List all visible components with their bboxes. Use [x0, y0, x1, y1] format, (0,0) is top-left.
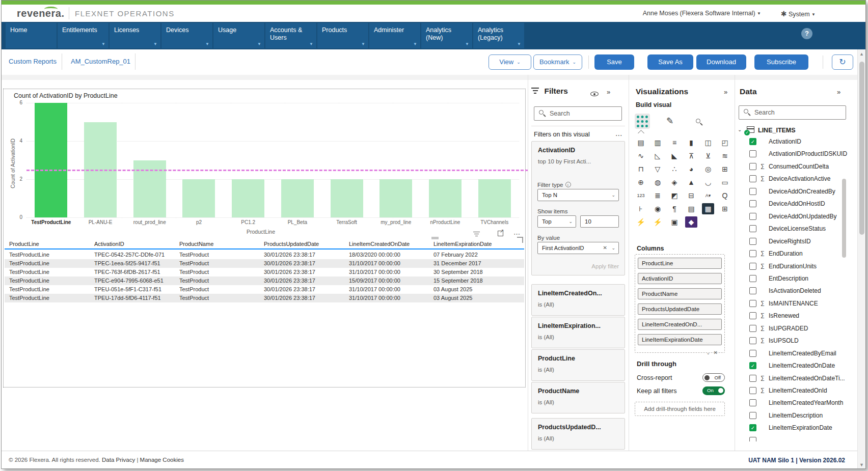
field-label: IsRenewed [769, 312, 799, 319]
field-checkbox[interactable] [749, 275, 756, 282]
field-checkbox[interactable] [749, 213, 756, 220]
field-checkbox[interactable] [749, 375, 756, 382]
app-window: revenera. FLEXNET OPERATIONS Anne Moses … [1, 0, 866, 469]
field-devicelicensestatus[interactable]: DeviceLicenseStatus [739, 223, 851, 235]
field-checkbox[interactable] [749, 399, 756, 406]
field-label: LineItemCreatedOnId [769, 387, 827, 394]
field-label: LineItemExpirationDate [769, 424, 832, 431]
footer-left: © 2026 Flexera. All rights reserved. Dat… [9, 457, 184, 463]
sigma-icon: ∑ [761, 337, 765, 343]
field-isupsold[interactable]: ∑IsUPSOLD [739, 335, 851, 347]
screen: revenera. FLEXNET OPERATIONS Anne Moses … [0, 0, 868, 471]
field-lineitemcreatedondate[interactable]: ✓LineItemCreatedOnDate [739, 360, 851, 372]
field-checkbox[interactable] [749, 188, 756, 195]
field-checkbox[interactable] [749, 325, 756, 332]
field-label: DeviceAddOnCreatedBy [769, 188, 835, 195]
field-lineitemdescription[interactable]: LineItemDescription [739, 410, 851, 422]
field-lineitemcreatedondateti[interactable]: ∑LineItemCreatedOnDateTi... [739, 373, 851, 385]
field-lineitemexpirationdate[interactable]: ✓LineItemExpirationDate [739, 422, 851, 434]
field-label: DeviceActivationActive [769, 175, 830, 182]
field-label: ActivationID [769, 138, 801, 145]
field-label: ActivationIDProductIDSKUID [769, 150, 847, 157]
field-checkbox[interactable] [749, 238, 756, 245]
field-label: LineItemDescription [769, 412, 823, 419]
field-label: ConsumedCountDelta [769, 163, 829, 170]
field-isactivationdeleted[interactable]: IsActivationDeleted [739, 285, 851, 297]
field-checkbox[interactable] [749, 250, 756, 257]
field-label: DeviceLicenseStatus [769, 225, 826, 232]
field-partial[interactable] [739, 435, 851, 441]
field-lineitemcreatedonid[interactable]: ∑LineItemCreatedOnId [739, 385, 851, 397]
field-label: EndDuration [769, 250, 803, 257]
field-checkbox[interactable] [749, 200, 756, 207]
field-deviceaddoncreatedby[interactable]: DeviceAddOnCreatedBy [739, 186, 851, 198]
field-checkbox[interactable] [749, 263, 756, 270]
footer-divider [2, 451, 857, 451]
field-checkbox[interactable] [749, 300, 756, 307]
page-scrollbar[interactable]: ▲ ▼ [857, 49, 866, 469]
field-checkbox[interactable] [749, 150, 756, 157]
field-checkbox[interactable] [749, 350, 756, 357]
sigma-icon: ∑ [761, 163, 765, 169]
sigma-icon: ∑ [761, 375, 765, 381]
field-entdescription[interactable]: EntDescription [739, 273, 851, 285]
field-checkbox[interactable] [749, 312, 756, 319]
data-privacy-link[interactable]: Data Privacy [102, 457, 135, 463]
field-checkbox[interactable] [749, 163, 756, 170]
field-label: IsUPGRADED [769, 325, 808, 332]
field-checkbox[interactable] [749, 287, 756, 294]
field-activationidproductidskuid[interactable]: ActivationIDProductIDSKUID [739, 148, 851, 160]
field-checkbox[interactable] [749, 412, 756, 419]
field-label: IsUPSOLD [769, 337, 799, 344]
field-deviceaddonupdatedby[interactable]: DeviceAddOnUpdatedBy [739, 211, 851, 223]
sigma-icon: ∑ [761, 300, 765, 306]
field-label: LineItemCreatedByEmail [769, 350, 836, 357]
field-lineitemcreatedyearmonth[interactable]: LineItemCreatedYearMonth [739, 397, 851, 409]
field-label: LineItemCreatedYearMonth [769, 399, 843, 406]
sigma-icon: ∑ [761, 263, 765, 269]
field-checkbox[interactable] [749, 337, 756, 344]
sigma-icon: ∑ [761, 312, 765, 318]
field-label: IsMAINTENANCE [769, 300, 818, 307]
field-checkbox[interactable]: ✓ [749, 424, 756, 431]
field-label: LineItemCreatedOnDateTi... [769, 375, 845, 382]
field-label: IsActivationDeleted [769, 287, 821, 294]
field-label: EntDescription [769, 275, 808, 282]
field-isupgraded[interactable]: ∑IsUPGRADED [739, 323, 851, 335]
field-label: DeviceAddOnUpdatedBy [769, 213, 836, 220]
sigma-icon: ∑ [761, 387, 765, 393]
field-consumedcountdelta[interactable]: ∑ConsumedCountDelta [739, 161, 851, 173]
field-label: DeviceAddOnHostID [769, 200, 825, 207]
field-lineitemcreatedbyemail[interactable]: LineItemCreatedByEmail [739, 348, 851, 360]
field-checkbox[interactable] [749, 225, 756, 232]
environment-version-label: UAT NAM Silo 1 | Version 2026.02 [748, 457, 845, 464]
field-checkbox[interactable] [749, 437, 756, 441]
field-label: LineItemCreatedOnDate [769, 362, 835, 369]
field-checkbox[interactable] [749, 175, 756, 182]
field-checkbox[interactable]: ✓ [749, 362, 756, 369]
scroll-up-icon[interactable]: ▲ [859, 51, 864, 57]
field-label: DeviceRightsID [769, 238, 811, 245]
field-endduration[interactable]: ∑EndDuration [739, 248, 851, 260]
sigma-icon: ∑ [761, 325, 765, 331]
field-checkbox[interactable]: ✓ [749, 138, 756, 145]
field-checkbox[interactable] [749, 387, 756, 394]
field-deviceactivationactive[interactable]: ∑DeviceActivationActive [739, 173, 851, 185]
field-deviceaddonhostid[interactable]: DeviceAddOnHostID [739, 198, 851, 210]
field-isrenewed[interactable]: ∑IsRenewed [739, 310, 851, 322]
field-ismaintenance[interactable]: ∑IsMAINTENANCE [739, 298, 851, 310]
manage-cookies-link[interactable]: Manage Cookies [140, 457, 184, 463]
field-enddurationunits[interactable]: ∑EndDurationUnits [739, 261, 851, 273]
sigma-icon: ∑ [761, 250, 765, 256]
data-pane-scrollbar-thumb[interactable] [842, 179, 846, 258]
field-label: EndDurationUnits [769, 263, 817, 270]
page-scrollbar-thumb[interactable] [859, 62, 864, 235]
scroll-down-icon[interactable]: ▼ [859, 462, 864, 467]
field-activationid[interactable]: ✓ActivationID [739, 136, 851, 148]
field-devicerightsid[interactable]: DeviceRightsID [739, 236, 851, 248]
sigma-icon: ∑ [761, 175, 765, 181]
